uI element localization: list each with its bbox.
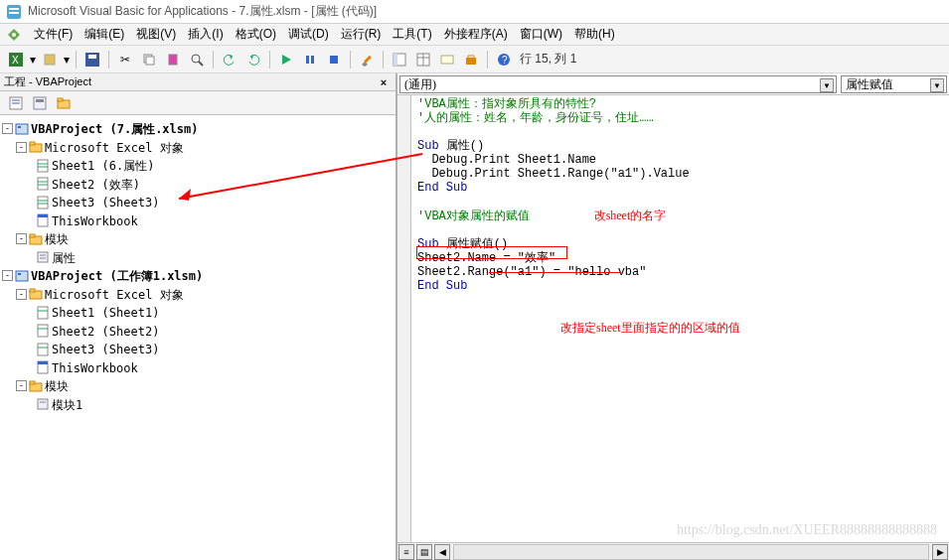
properties-icon[interactable] — [413, 50, 433, 70]
code-line: Debug.Print Sheet1.Name — [424, 153, 596, 167]
close-panel-button[interactable]: × — [376, 74, 392, 90]
help-icon[interactable]: ? — [494, 50, 514, 70]
scrollbar-track[interactable] — [453, 544, 929, 560]
titlebar: Microsoft Visual Basic for Applications … — [0, 0, 949, 24]
undo-icon[interactable] — [220, 50, 239, 70]
paste-icon[interactable] — [163, 50, 183, 70]
view-code-icon[interactable] — [6, 93, 26, 113]
svg-rect-31 — [36, 99, 44, 102]
project-node[interactable]: VBAProject (7.属性.xlsm) — [31, 122, 199, 136]
chevron-down-icon[interactable]: ▼ — [820, 78, 834, 92]
folder-icon — [29, 379, 43, 393]
sheet1-node[interactable]: Sheet1 (Sheet1) — [52, 306, 159, 320]
dropdown-icon[interactable]: ▾ — [62, 50, 72, 70]
menu-file[interactable]: 文件(F) — [28, 24, 79, 45]
project-icon — [15, 269, 29, 283]
menu-tools[interactable]: 工具(T) — [387, 24, 437, 45]
save-icon[interactable] — [82, 50, 102, 70]
menu-help[interactable]: 帮助(H) — [568, 24, 621, 45]
module-node[interactable]: 属性 — [52, 250, 76, 264]
expand-icon[interactable]: - — [16, 142, 27, 153]
run-icon[interactable] — [276, 50, 296, 70]
stop-icon[interactable] — [324, 50, 344, 70]
svg-rect-62 — [38, 344, 48, 355]
svg-rect-6 — [45, 55, 55, 65]
folder-icon[interactable] — [54, 93, 74, 113]
svg-rect-2 — [9, 12, 19, 14]
sheet3-node[interactable]: Sheet3 (Sheet3) — [52, 196, 159, 210]
code-comment: 'VBA属性：指对象所具有的特性? — [417, 97, 596, 111]
object-browser-icon[interactable] — [437, 50, 457, 70]
modules-folder[interactable]: 模块 — [45, 379, 69, 393]
design-icon[interactable] — [357, 50, 377, 70]
highlight-underline — [489, 272, 621, 273]
thisworkbook-node[interactable]: ThisWorkbook — [52, 213, 138, 227]
procedure-dropdown[interactable]: 属性赋值 ▼ — [841, 75, 947, 93]
sheet2-node[interactable]: Sheet2 (效率) — [52, 177, 140, 191]
svg-text:?: ? — [502, 55, 508, 66]
chevron-down-icon[interactable]: ▼ — [930, 78, 944, 92]
project-explorer-icon[interactable] — [390, 50, 409, 70]
code-comment: '人的属性：姓名，年龄，身份证号，住址…… — [417, 111, 654, 125]
insert-icon[interactable] — [40, 50, 60, 70]
panel-title: 工程 - VBAProject × — [0, 73, 395, 91]
menu-window[interactable]: 窗口(W) — [514, 24, 568, 45]
sheet-icon — [36, 324, 50, 338]
horizontal-scrollbar[interactable]: ≡ ▤ ◀ ▶ — [397, 542, 949, 560]
redo-icon[interactable] — [243, 50, 263, 70]
pause-icon[interactable] — [300, 50, 320, 70]
svg-rect-1 — [9, 8, 19, 10]
expand-icon[interactable]: - — [16, 289, 27, 300]
svg-text:X: X — [12, 55, 19, 66]
menu-format[interactable]: 格式(O) — [230, 24, 282, 45]
module-icon — [36, 397, 50, 411]
project-node[interactable]: VBAProject (工作簿1.xlsm) — [31, 269, 203, 283]
expand-icon[interactable]: - — [2, 123, 13, 134]
modules-folder[interactable]: 模块 — [45, 232, 69, 246]
svg-rect-58 — [38, 307, 48, 319]
excel-icon[interactable]: X — [6, 50, 26, 70]
svg-rect-65 — [38, 361, 48, 364]
panel-toolbar — [0, 91, 395, 115]
sheet1-node[interactable]: Sheet1 (6.属性) — [52, 159, 154, 173]
scroll-right-icon[interactable]: ▶ — [932, 544, 948, 560]
expand-icon[interactable]: - — [16, 380, 27, 391]
svg-rect-54 — [16, 271, 28, 281]
project-tree[interactable]: -VBAProject (7.属性.xlsm) -Microsoft Excel… — [0, 115, 395, 560]
find-icon[interactable] — [187, 50, 207, 70]
module-node[interactable]: 模块1 — [52, 397, 82, 411]
scroll-left-icon[interactable]: ◀ — [434, 544, 450, 560]
expand-icon[interactable]: - — [16, 233, 27, 244]
object-dropdown[interactable]: (通用) ▼ — [399, 75, 837, 93]
full-view-icon[interactable]: ▤ — [416, 544, 432, 560]
code-line: Debug.Print Sheet1.Range("a1").Value — [424, 167, 689, 181]
menu-view[interactable]: 视图(V) — [130, 24, 182, 45]
cut-icon[interactable]: ✂ — [115, 50, 135, 70]
module-icon — [36, 250, 50, 264]
menu-edit[interactable]: 编辑(E) — [79, 24, 130, 45]
copy-icon[interactable] — [139, 50, 159, 70]
toolbox-icon[interactable] — [461, 50, 481, 70]
proc-view-icon[interactable]: ≡ — [398, 544, 414, 560]
menu-debug[interactable]: 调试(D) — [282, 24, 335, 45]
svg-line-13 — [199, 62, 203, 66]
thisworkbook-node[interactable]: ThisWorkbook — [52, 360, 138, 374]
folder-icon — [29, 140, 43, 154]
menu-run[interactable]: 运行(R) — [335, 24, 388, 45]
excel-objects-folder[interactable]: Microsoft Excel 对象 — [45, 287, 184, 301]
code-editor[interactable]: 'VBA属性：指对象所具有的特性? '人的属性：姓名，年龄，身份证号，住址…… … — [411, 95, 949, 542]
sheet-icon — [36, 177, 50, 191]
sheet-icon — [36, 159, 50, 173]
sheet2-node[interactable]: Sheet2 (Sheet2) — [52, 324, 159, 338]
svg-rect-50 — [30, 234, 35, 237]
menu-insert[interactable]: 插入(I) — [182, 24, 229, 45]
menu-addins[interactable]: 外接程序(A) — [438, 24, 514, 45]
svg-rect-68 — [38, 399, 48, 409]
expand-icon[interactable]: - — [2, 270, 13, 281]
view-object-icon[interactable] — [30, 93, 50, 113]
dropdown-icon[interactable]: ▾ — [28, 50, 38, 70]
sheet3-node[interactable]: Sheet3 (Sheet3) — [52, 343, 159, 356]
excel-objects-folder[interactable]: Microsoft Excel 对象 — [45, 140, 184, 154]
project-explorer-panel: 工程 - VBAProject × -VBAProject (7.属性.xlsm… — [0, 73, 397, 560]
svg-rect-30 — [34, 97, 46, 109]
